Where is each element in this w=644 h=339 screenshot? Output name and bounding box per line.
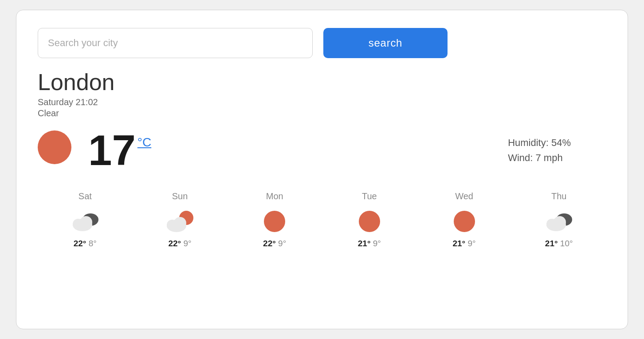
forecast-hi-wed: 21° [452,239,465,248]
current-weather-row: 17 °C Humidity: 54% Wind: 7 mph [38,129,606,172]
forecast-icon-wed [448,208,480,234]
forecast-label-mon: Mon [266,191,283,201]
cloud-night-svg [69,208,101,234]
forecast-icon-sun [164,208,196,234]
svg-point-4 [80,216,92,229]
svg-point-8 [174,217,186,229]
city-datetime: Saturday 21:02 [38,97,606,107]
forecast-label-sat: Sat [79,191,92,201]
sunny-svg-mon [261,208,288,234]
weather-card: search London Saturday 21:02 Clear 17 °C… [16,10,628,329]
forecast-lo-sat: 8° [89,239,97,248]
sunny-svg-tue [356,208,383,234]
forecast-temps-sat: 22° 8° [74,239,97,248]
forecast-lo-wed: 9° [467,239,475,248]
forecast-day-thu: Thu 21° 10° [511,191,606,248]
forecast-hi-sat: 22° [74,239,86,248]
svg-point-11 [454,211,475,232]
forecast-icon-mon [259,208,291,234]
forecast-hi-mon: 22° [263,239,276,248]
svg-point-9 [264,211,285,232]
forecast-label-sun: Sun [172,191,188,201]
svg-point-10 [359,211,380,232]
search-input[interactable] [38,28,313,58]
forecast-icon-tue [353,208,385,234]
forecast-day-sat: Sat 22° 8° [38,191,133,248]
temperature-unit[interactable]: °C [137,135,151,150]
city-condition: Clear [38,108,606,118]
forecast-icon-thu [543,208,575,234]
forecast-day-tue: Tue 21° 9° [322,191,417,248]
forecast-lo-sun: 9° [183,239,191,248]
forecast-hi-sun: 22° [168,239,181,248]
humidity-text: Humidity: 54% [508,137,571,149]
forecast-day-mon: Mon 22° 9° [227,191,322,248]
temperature-value: 17 [88,129,136,172]
forecast-lo-tue: 9° [373,239,381,248]
forecast-lo-mon: 9° [278,239,286,248]
search-button[interactable]: search [323,28,448,58]
sunny-svg-wed [451,208,478,234]
forecast-hi-thu: 21° [545,239,558,248]
svg-point-16 [554,216,566,229]
forecast-temps-sun: 22° 9° [168,239,191,248]
forecast-temps-tue: 21° 9° [358,239,381,248]
cloud-night-svg-thu [543,208,575,234]
forecast-day-wed: Wed 21° 9° [417,191,512,248]
forecast-label-tue: Tue [362,191,377,201]
forecast-day-sun: Sun 22° 9° [133,191,228,248]
forecast-lo-thu: 10° [560,239,573,248]
forecast-hi-tue: 21° [358,239,371,248]
forecast-temps-thu: 21° 10° [545,239,573,248]
forecast-temps-wed: 21° 9° [452,239,475,248]
forecast-row: Sat 22° 8° Sun [38,191,606,248]
sun-icon [38,130,71,164]
cloud-sun-svg [164,208,196,234]
city-name: London [38,69,606,95]
wind-text: Wind: 7 mph [508,152,571,164]
forecast-icon-sat [69,208,101,234]
forecast-label-thu: Thu [551,191,566,201]
temperature-display: 17 °C [88,129,151,172]
current-weather-icon [38,130,78,170]
weather-details: Humidity: 54% Wind: 7 mph [508,137,606,164]
forecast-label-wed: Wed [455,191,473,201]
forecast-temps-mon: 22° 9° [263,239,286,248]
search-row: search [38,28,606,58]
